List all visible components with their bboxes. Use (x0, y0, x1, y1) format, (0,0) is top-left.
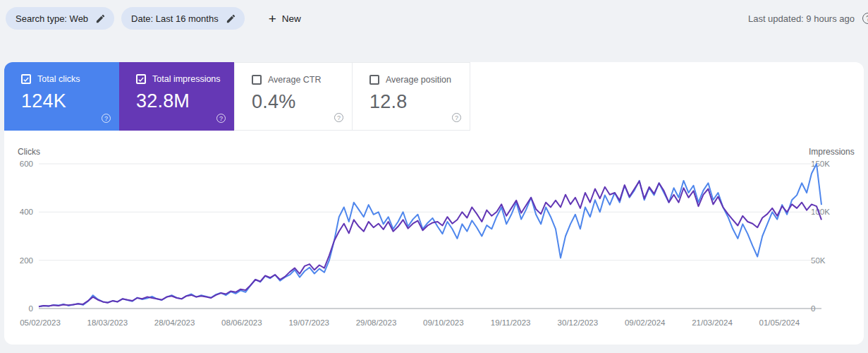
x-axis-label: 18/03/2023 (75, 318, 140, 327)
x-axis-label: 30/12/2023 (545, 318, 610, 327)
x-axis-label: 29/08/2023 (344, 318, 409, 327)
x-axis-label: 19/07/2023 (276, 318, 341, 327)
date-range-chip[interactable]: Date: Last 16 months (121, 7, 245, 30)
chart-svg[interactable] (4, 62, 864, 345)
search-type-chip[interactable]: Search type: Web (6, 7, 114, 30)
new-filter-button[interactable]: + New (263, 7, 307, 30)
x-axis-label: 08/06/2023 (209, 318, 274, 327)
x-axis-label: 01/05/2024 (747, 318, 812, 327)
filter-bar: Search type: Web Date: Last 16 months + … (6, 7, 868, 30)
series-line-impressions (39, 181, 821, 307)
x-axis-label: 28/04/2023 (142, 318, 207, 327)
x-axis-label: 09/10/2023 (411, 318, 476, 327)
plus-icon: + (269, 12, 276, 25)
date-range-chip-label: Date: Last 16 months (131, 13, 219, 24)
series-line-clicks (39, 164, 821, 306)
performance-panel: Total clicks 124K ? Total impressions 32… (4, 62, 864, 345)
edit-pencil-icon[interactable] (226, 13, 236, 24)
edit-pencil-icon[interactable] (95, 13, 106, 24)
x-axis-label: 21/03/2024 (680, 318, 745, 327)
search-type-chip-label: Search type: Web (16, 13, 88, 24)
x-axis-label: 19/11/2023 (478, 318, 543, 327)
last-updated-text: Last updated: 9 hours ago (748, 7, 855, 30)
x-axis-label: 05/02/2023 (8, 318, 73, 327)
new-filter-label: New (282, 13, 301, 24)
x-axis-label: 09/02/2024 (613, 318, 678, 327)
